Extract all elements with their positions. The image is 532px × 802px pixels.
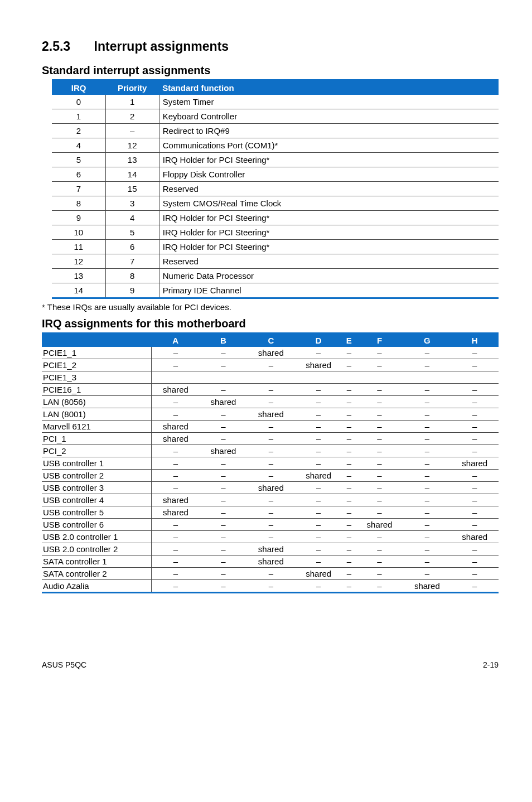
table-row: 149Primary IDE Channel xyxy=(52,283,499,298)
table-cell: shared xyxy=(152,421,200,433)
table-cell: – xyxy=(356,433,403,445)
table-cell: Audio Azalia xyxy=(42,580,152,593)
table-cell: Primary IDE Channel xyxy=(159,283,499,298)
table-cell: USB controller 1 xyxy=(42,457,152,470)
table-row: 01System Timer xyxy=(52,95,499,109)
table-cell: – xyxy=(356,347,403,359)
table-cell: 12 xyxy=(105,138,159,153)
table-cell: – xyxy=(451,543,499,555)
table-cell: – xyxy=(342,470,356,482)
table-cell: – xyxy=(403,568,451,580)
table-row: LAN (8056)–shared–––––– xyxy=(42,396,499,408)
table-cell: – xyxy=(294,531,342,543)
table-cell: – xyxy=(356,555,403,568)
table-row: 412Communications Port (COM1)* xyxy=(52,138,499,153)
table-cell: – xyxy=(200,457,247,470)
table-cell: – xyxy=(356,421,403,433)
table-cell: – xyxy=(294,580,342,593)
table-cell: 6 xyxy=(105,240,159,254)
table-cell: – xyxy=(294,555,342,568)
table-cell: – xyxy=(451,470,499,482)
table-cell: 8 xyxy=(52,196,105,211)
table-cell: IRQ Holder for PCI Steering* xyxy=(159,225,499,240)
table-cell: – xyxy=(403,396,451,408)
table-cell: – xyxy=(451,482,499,494)
table-row: 116IRQ Holder for PCI Steering* xyxy=(52,240,499,254)
section-title: Interrupt assignments xyxy=(94,39,229,54)
table-cell: – xyxy=(451,421,499,433)
table-cell: – xyxy=(342,445,356,457)
table-cell: – xyxy=(247,519,294,531)
table-cell: shared xyxy=(247,347,294,359)
table-cell: shared xyxy=(294,470,342,482)
table-cell: – xyxy=(342,457,356,470)
table-cell: shared xyxy=(247,482,294,494)
table-cell: – xyxy=(342,506,356,519)
table-cell: – xyxy=(342,408,356,421)
table-cell: – xyxy=(342,568,356,580)
table1-title: Standard interrupt assignments xyxy=(42,64,499,77)
table-cell: – xyxy=(403,555,451,568)
table-cell: – xyxy=(200,470,247,482)
table-cell: – xyxy=(356,384,403,396)
table-cell: – xyxy=(451,580,499,593)
table-cell: IRQ Holder for PCI Steering* xyxy=(159,240,499,254)
table-cell: 7 xyxy=(52,182,105,196)
table-cell: – xyxy=(152,359,200,371)
table-row: Audio Azalia––––––shared– xyxy=(42,580,499,593)
table-cell: – xyxy=(294,482,342,494)
table-cell: – xyxy=(342,433,356,445)
table-row: PCI_2–shared–––––– xyxy=(42,445,499,457)
table-cell: – xyxy=(356,445,403,457)
table-header: E xyxy=(342,334,356,347)
table-row: PCIE16_1shared––––––– xyxy=(42,384,499,396)
table-cell: 14 xyxy=(52,283,105,298)
table-cell: – xyxy=(247,568,294,580)
table-cell: – xyxy=(152,457,200,470)
table-cell: – xyxy=(247,384,294,396)
table-cell: LAN (8001) xyxy=(42,408,152,421)
table-cell: – xyxy=(200,482,247,494)
table-cell: Communications Port (COM1)* xyxy=(159,138,499,153)
table-cell: Reserved xyxy=(159,182,499,196)
table-cell: – xyxy=(403,408,451,421)
table-cell: 4 xyxy=(105,211,159,225)
table-row: 12Keyboard Controller xyxy=(52,109,499,124)
table-cell xyxy=(294,371,342,384)
table-cell: – xyxy=(247,506,294,519)
table-cell: – xyxy=(152,445,200,457)
table-cell: – xyxy=(342,494,356,506)
table-cell: – xyxy=(356,494,403,506)
table-cell: PCIE16_1 xyxy=(42,384,152,396)
table-cell: – xyxy=(152,347,200,359)
table-cell: – xyxy=(403,482,451,494)
table-cell: – xyxy=(247,494,294,506)
table-row: USB controller 3––shared––––– xyxy=(42,482,499,494)
table-cell: – xyxy=(403,506,451,519)
table-cell: – xyxy=(403,445,451,457)
table-cell: USB controller 5 xyxy=(42,506,152,519)
table-cell: shared xyxy=(403,580,451,593)
table-cell: – xyxy=(200,494,247,506)
table-cell: – xyxy=(403,359,451,371)
table-cell: shared xyxy=(152,384,200,396)
table-cell: – xyxy=(342,359,356,371)
table-cell: – xyxy=(294,519,342,531)
table-cell: – xyxy=(200,408,247,421)
table-cell: 6 xyxy=(52,167,105,182)
table-cell: shared xyxy=(451,457,499,470)
table-cell xyxy=(342,371,356,384)
table-cell: PCIE1_3 xyxy=(42,371,152,384)
table-cell: – xyxy=(451,568,499,580)
table-cell: Floppy Disk Controller xyxy=(159,167,499,182)
table-header: C xyxy=(247,334,294,347)
table-cell: PCI_2 xyxy=(42,445,152,457)
table-cell: – xyxy=(152,519,200,531)
footer-left: ASUS P5QC xyxy=(42,660,86,669)
table-cell: – xyxy=(152,543,200,555)
table-cell: – xyxy=(294,433,342,445)
table-cell: – xyxy=(152,470,200,482)
table-cell: IRQ Holder for PCI Steering* xyxy=(159,153,499,167)
table-cell: Keyboard Controller xyxy=(159,109,499,124)
table-cell: – xyxy=(403,531,451,543)
